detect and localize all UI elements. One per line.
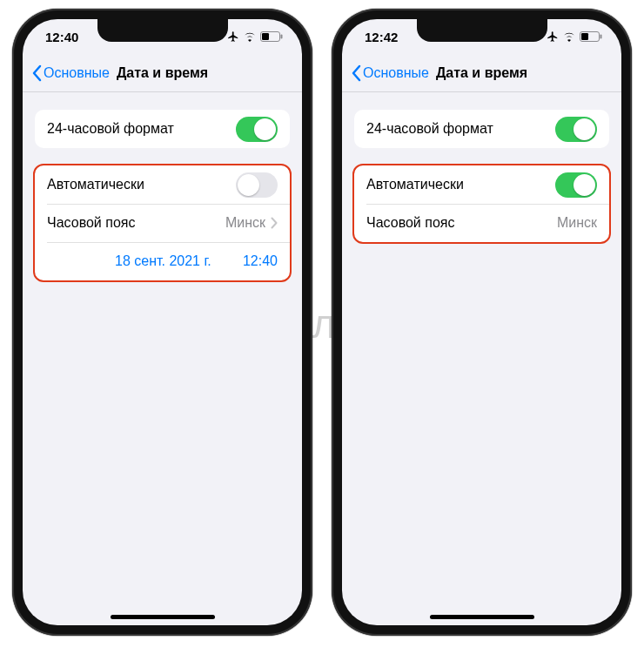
phone-notch bbox=[97, 19, 228, 42]
row-24h-format[interactable]: 24-часовой формат bbox=[35, 110, 290, 148]
home-indicator[interactable] bbox=[430, 615, 534, 619]
date-value[interactable]: 18 сент. 2021 г. bbox=[115, 253, 211, 269]
row-datetime[interactable]: 18 сент. 2021 г. 12:40 bbox=[35, 242, 290, 280]
row-timezone[interactable]: Часовой пояс Минск bbox=[35, 204, 290, 242]
settings-content: 24-часовой формат Автоматически Часовой … bbox=[342, 110, 621, 242]
battery-icon bbox=[580, 31, 602, 42]
group-24h: 24-часовой формат bbox=[35, 110, 290, 148]
status-time: 12:42 bbox=[365, 30, 398, 44]
row-value: Минск bbox=[225, 215, 265, 231]
svg-rect-4 bbox=[581, 33, 588, 40]
home-indicator[interactable] bbox=[111, 615, 215, 619]
phone-screen: 12:40 Основные Дата и время 24-часовой ф… bbox=[23, 19, 302, 625]
airplane-icon bbox=[547, 30, 559, 43]
row-automatic[interactable]: Автоматически bbox=[35, 165, 290, 204]
page-title: Дата и время bbox=[436, 65, 527, 81]
toggle-automatic[interactable] bbox=[236, 172, 278, 198]
wifi-icon bbox=[243, 31, 257, 42]
battery-icon bbox=[260, 31, 283, 42]
row-label: 24-часовой формат bbox=[47, 121, 236, 137]
phone-frame: 12:42 Основные Дата и время 24-часовой ф… bbox=[332, 9, 632, 636]
svg-rect-1 bbox=[262, 33, 269, 40]
settings-content: 24-часовой формат Автоматически Часовой … bbox=[23, 110, 302, 280]
status-indicators bbox=[547, 30, 602, 43]
phone-frame: 12:40 Основные Дата и время 24-часовой ф… bbox=[12, 9, 312, 636]
back-label: Основные bbox=[44, 65, 110, 81]
row-24h-format[interactable]: 24-часовой формат bbox=[354, 110, 609, 148]
toggle-24h[interactable] bbox=[555, 117, 597, 142]
wifi-icon bbox=[562, 31, 576, 42]
toggle-automatic[interactable] bbox=[555, 172, 597, 198]
phone-notch bbox=[417, 19, 547, 42]
status-indicators bbox=[227, 30, 283, 43]
phone-screen: 12:42 Основные Дата и время 24-часовой ф… bbox=[342, 19, 621, 625]
nav-bar: Основные Дата и время bbox=[342, 54, 621, 92]
row-label: Часовой пояс bbox=[366, 215, 557, 231]
group-24h: 24-часовой формат bbox=[354, 110, 609, 148]
row-value: Минск bbox=[557, 215, 597, 231]
nav-bar: Основные Дата и время bbox=[23, 54, 302, 92]
chevron-right-icon bbox=[271, 217, 278, 229]
back-button[interactable]: Основные bbox=[351, 64, 429, 82]
row-label: Часовой пояс bbox=[47, 215, 225, 231]
row-automatic[interactable]: Автоматически bbox=[354, 165, 609, 204]
time-value[interactable]: 12:40 bbox=[243, 253, 278, 269]
toggle-24h[interactable] bbox=[236, 117, 278, 142]
airplane-icon bbox=[227, 30, 239, 43]
row-label: Автоматически bbox=[47, 177, 236, 192]
group-auto-tz: Автоматически Часовой пояс Минск bbox=[354, 165, 609, 242]
row-label: 24-часовой формат bbox=[366, 121, 555, 137]
back-label: Основные bbox=[363, 65, 429, 81]
group-auto-tz: Автоматически Часовой пояс Минск 18 сент… bbox=[35, 165, 290, 280]
chevron-left-icon bbox=[351, 64, 361, 82]
row-label: Автоматически bbox=[366, 177, 555, 192]
chevron-left-icon bbox=[31, 64, 42, 82]
svg-rect-2 bbox=[281, 35, 283, 39]
back-button[interactable]: Основные bbox=[31, 64, 110, 82]
page-title: Дата и время bbox=[117, 65, 208, 81]
row-timezone: Часовой пояс Минск bbox=[354, 204, 609, 242]
svg-rect-5 bbox=[600, 35, 602, 39]
status-time: 12:40 bbox=[45, 30, 78, 44]
